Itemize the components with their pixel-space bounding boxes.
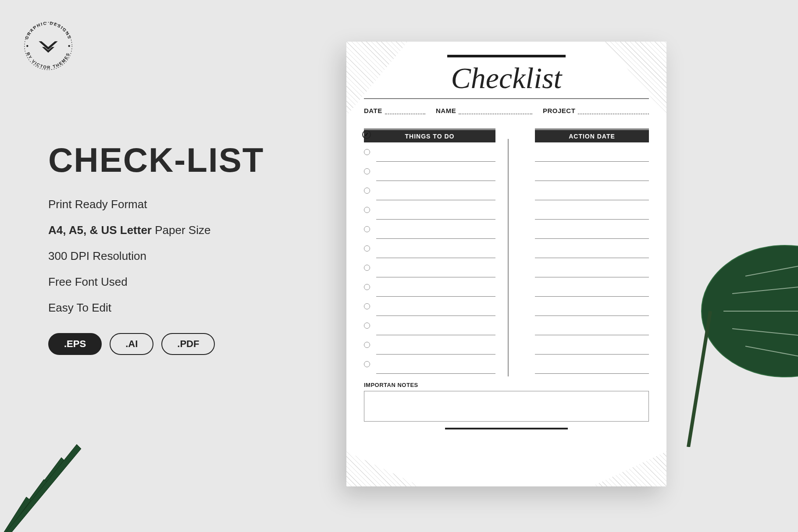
checkbox-circle-icon	[364, 245, 370, 252]
checkbox-circle-icon	[364, 168, 370, 174]
svg-text:GRAPHIC DESIGNS: GRAPHIC DESIGNS	[24, 21, 72, 40]
feature-font: Free Font Used	[48, 275, 311, 289]
checkbox-circle-icon	[364, 361, 370, 367]
check-icon: ✓	[362, 130, 371, 139]
pill-pdf: .PDF	[161, 333, 215, 355]
notes-box	[364, 391, 649, 422]
svg-point-4	[68, 45, 70, 47]
divider	[364, 98, 649, 99]
action-date-row	[535, 162, 649, 181]
pill-ai: .AI	[110, 333, 153, 355]
action-date-row	[535, 277, 649, 297]
checkbox-circle-icon	[364, 284, 370, 290]
field-project: PROJECT	[543, 107, 649, 114]
action-date-row	[535, 316, 649, 335]
checkbox-circle-icon	[364, 342, 370, 348]
action-date-row	[535, 220, 649, 239]
columns: ✓ THINGS TO DO ACTION DATE	[364, 128, 649, 374]
svg-line-11	[745, 346, 798, 359]
notes-label: IMPORTAN NOTES	[364, 382, 649, 388]
todo-row	[376, 316, 495, 335]
todo-row	[376, 162, 495, 181]
checkbox-circle-icon	[364, 323, 370, 329]
todo-row	[376, 200, 495, 220]
todo-row	[376, 258, 495, 277]
format-pills: .EPS .AI .PDF	[48, 333, 311, 355]
checkbox-circle-icon	[364, 226, 370, 232]
action-date-row	[535, 142, 649, 162]
todo-row	[376, 239, 495, 258]
feature-print-ready: Print Ready Format	[48, 198, 311, 211]
brand-logo: GRAPHIC DESIGNS BY VICTOR THEMES	[20, 18, 77, 74]
title-bar-bottom	[445, 428, 568, 429]
action-date-row	[535, 181, 649, 200]
checklist-paper: Checklist DATE NAME PROJECT ✓ THINGS TO …	[346, 42, 666, 486]
field-date: DATE	[364, 107, 425, 114]
tab-action: ACTION DATE	[535, 130, 649, 142]
leaf-decoration-left	[0, 431, 110, 532]
action-date-row	[535, 200, 649, 220]
action-date-row	[535, 297, 649, 316]
title-bar-top	[447, 55, 566, 57]
todo-row	[376, 335, 495, 355]
feature-paper-size: A4, A5, & US Letter Paper Size	[48, 223, 311, 237]
todo-row	[376, 355, 495, 374]
meta-row: DATE NAME PROJECT	[364, 107, 649, 114]
field-name: NAME	[436, 107, 532, 114]
todo-row	[376, 181, 495, 200]
svg-line-10	[745, 263, 798, 276]
hatch-decoration	[346, 451, 421, 486]
svg-point-6	[702, 245, 798, 377]
svg-point-5	[702, 245, 798, 377]
checkbox-circle-icon	[364, 303, 370, 309]
checkbox-circle-icon	[364, 188, 370, 194]
paper-title: Checklist	[364, 61, 649, 96]
checkbox-circle-icon	[364, 207, 370, 213]
svg-line-12	[688, 311, 710, 447]
checkbox-circle-icon	[364, 149, 370, 155]
pill-eps: .EPS	[48, 333, 102, 355]
marketing-copy: CHECK-LIST Print Ready Format A4, A5, & …	[48, 140, 311, 355]
checkbox-circle-icon	[364, 265, 370, 271]
leaf-decoration-right	[671, 228, 798, 447]
action-date-row	[535, 355, 649, 374]
svg-text:BY VICTOR THEMES: BY VICTOR THEMES	[25, 51, 71, 70]
headline: CHECK-LIST	[48, 140, 311, 180]
column-action-date: ACTION DATE	[535, 128, 649, 374]
feature-dpi: 300 DPI Resolution	[48, 249, 311, 263]
svg-point-3	[26, 45, 28, 47]
svg-line-9	[732, 329, 798, 337]
action-date-row	[535, 335, 649, 355]
svg-line-8	[732, 285, 798, 294]
tab-things: THINGS TO DO	[364, 130, 495, 142]
hatch-decoration	[592, 451, 666, 486]
vertical-separator	[508, 139, 509, 376]
todo-row	[376, 220, 495, 239]
action-date-row	[535, 258, 649, 277]
feature-edit: Easy To Edit	[48, 301, 311, 315]
todo-row	[376, 142, 495, 162]
todo-row	[376, 297, 495, 316]
column-things-to-do: THINGS TO DO	[364, 128, 495, 374]
todo-row	[376, 277, 495, 297]
action-date-row	[535, 239, 649, 258]
